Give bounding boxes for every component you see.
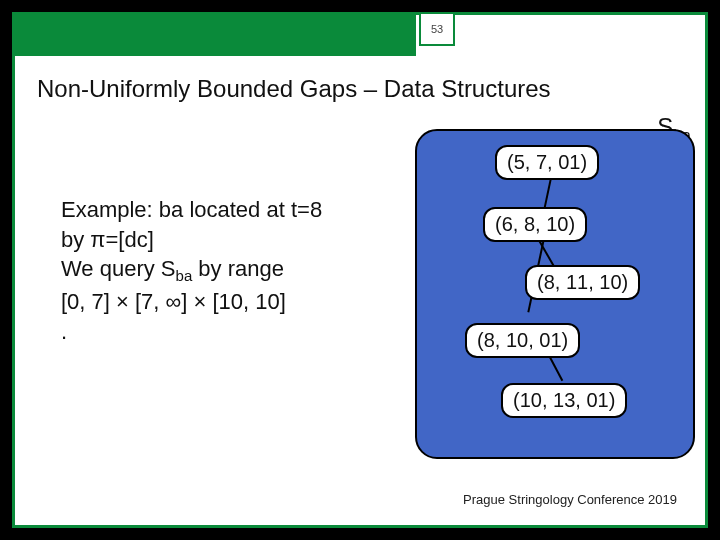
body-line-2: by π=[dc] [61,225,401,255]
body-line-5: . [61,317,401,347]
tree-container: (5, 7, 01) (6, 8, 10) (8, 11, 10) (8, 10… [415,129,695,459]
body-line-4: [0, 7] × [7, ∞] × [10, 10] [61,287,401,317]
body-text: Example: ba located at t=8 by π=[dc] We … [61,195,401,346]
slide-title: Non-Uniformly Bounded Gaps – Data Struct… [37,75,551,103]
tree-node: (5, 7, 01) [495,145,599,180]
tree-node: (6, 8, 10) [483,207,587,242]
body-line-3: We query Sba by range [61,254,401,287]
tree-node: (8, 10, 01) [465,323,580,358]
slide: 53 Non-Uniformly Bounded Gaps – Data Str… [12,12,708,528]
tree-node: (8, 11, 10) [525,265,640,300]
body-line-1: Example: ba located at t=8 [61,195,401,225]
page-number: 53 [419,12,455,46]
header-accent-bar [12,12,416,56]
tree-edge [543,175,552,209]
tree-node: (10, 13, 01) [501,383,627,418]
footer-text: Prague Stringology Conference 2019 [463,492,677,507]
